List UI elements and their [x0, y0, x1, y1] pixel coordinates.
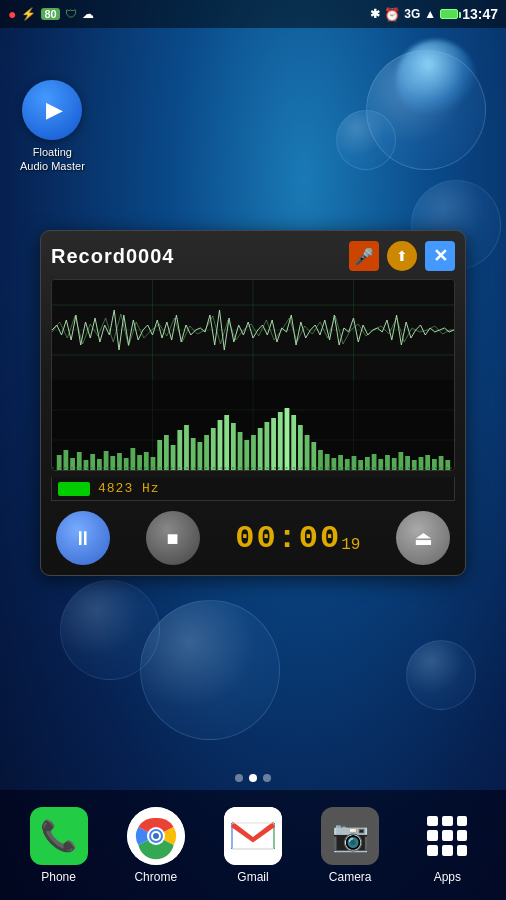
- svg-point-75: [153, 833, 159, 839]
- alarm-icon: ⏰: [384, 7, 400, 22]
- widget-controls: 🎤 ⬆ ✕: [349, 241, 455, 271]
- svg-rect-48: [305, 435, 310, 470]
- dock-item-camera[interactable]: 📷 Camera: [321, 807, 379, 884]
- svg-rect-22: [130, 448, 135, 470]
- svg-rect-31: [191, 438, 196, 470]
- svg-rect-46: [291, 415, 296, 470]
- camera-icon[interactable]: 📷: [321, 807, 379, 865]
- svg-rect-49: [311, 442, 316, 470]
- stop-icon: ■: [167, 527, 179, 550]
- gmail-label: Gmail: [237, 870, 268, 884]
- bluetooth-icon: ✱: [370, 7, 380, 21]
- dock-item-apps[interactable]: Apps: [418, 807, 476, 884]
- svg-rect-27: [164, 435, 169, 470]
- playback-controls: ⏸ ■ 00:00 19 ⏏: [51, 511, 455, 565]
- svg-rect-47: [298, 425, 303, 470]
- bubble-6: [406, 640, 476, 710]
- grid-dot-8: [442, 845, 453, 856]
- page-dot-1: [249, 774, 257, 782]
- waveform-top: [52, 280, 454, 380]
- camera-label: Camera: [329, 870, 372, 884]
- waveform-container: [51, 279, 455, 471]
- status-bar: ● ⚡ 80 🛡 ☁ ✱ ⏰ 3G ▲ 13:47: [0, 0, 506, 28]
- dock-item-gmail[interactable]: Gmail: [224, 807, 282, 884]
- status-right: ✱ ⏰ 3G ▲ 13:47: [370, 6, 498, 22]
- grid-dot-9: [457, 845, 468, 856]
- spectrum-analyzer: [52, 380, 454, 470]
- battery-percent: 80: [41, 8, 59, 20]
- play-icon: ▶: [46, 97, 63, 123]
- grid-dot-2: [442, 816, 453, 827]
- pause-icon: ⏸: [73, 527, 93, 550]
- apps-grid: [427, 816, 467, 856]
- grid-dot-3: [457, 816, 468, 827]
- dock-item-phone[interactable]: 📞 Phone: [30, 807, 88, 884]
- shield-icon: 🛡: [65, 7, 77, 21]
- timer-display: 00:00 19: [235, 520, 360, 557]
- svg-rect-62: [398, 452, 403, 470]
- page-dot-0: [235, 774, 243, 782]
- cloud-icon: ☁: [82, 7, 94, 21]
- chrome-icon[interactable]: [127, 807, 185, 865]
- frequency-value: 4823 Hz: [98, 481, 160, 496]
- mic-button[interactable]: 🎤: [349, 241, 379, 271]
- app-label: Floating Audio Master: [20, 145, 85, 174]
- bubble-4: [140, 600, 280, 740]
- camera-symbol: 📷: [332, 818, 369, 853]
- frequency-bar: 4823 Hz: [51, 477, 455, 501]
- svg-rect-50: [318, 450, 323, 470]
- phone-label: Phone: [41, 870, 76, 884]
- svg-rect-33: [204, 435, 209, 470]
- close-icon: ✕: [433, 245, 448, 267]
- usb-icon: ⚡: [21, 7, 36, 21]
- svg-rect-43: [271, 418, 276, 470]
- level-indicator: [58, 482, 90, 496]
- svg-rect-26: [157, 440, 162, 470]
- gmail-svg: [224, 807, 282, 865]
- widget-header: Record0004 🎤 ⬆ ✕: [51, 241, 455, 271]
- stop-button[interactable]: ■: [146, 511, 200, 565]
- grid-dot-4: [427, 830, 438, 841]
- glow-bubble: [396, 40, 476, 120]
- svg-rect-28: [171, 445, 176, 470]
- svg-rect-44: [278, 412, 283, 470]
- floating-audio-master-shortcut[interactable]: ▶ Floating Audio Master: [20, 80, 85, 174]
- svg-rect-14: [77, 452, 82, 470]
- apps-icon[interactable]: [418, 807, 476, 865]
- svg-rect-36: [224, 415, 229, 470]
- chrome-svg: [127, 807, 185, 865]
- waveform-svg-top: [52, 280, 454, 380]
- page-indicator: [235, 774, 271, 782]
- phone-icon[interactable]: 📞: [30, 807, 88, 865]
- svg-rect-38: [238, 432, 243, 470]
- grid-dot-6: [457, 830, 468, 841]
- spectrum-svg: [52, 380, 454, 470]
- pause-button[interactable]: ⏸: [56, 511, 110, 565]
- svg-rect-39: [244, 440, 249, 470]
- widget-title: Record0004: [51, 245, 174, 268]
- eject-icon: ⏏: [414, 526, 433, 550]
- close-button[interactable]: ✕: [425, 241, 455, 271]
- gmail-icon[interactable]: [224, 807, 282, 865]
- svg-rect-29: [177, 430, 182, 470]
- eject-button[interactable]: ⏏: [396, 511, 450, 565]
- svg-rect-30: [184, 425, 189, 470]
- svg-rect-12: [63, 450, 68, 470]
- upload-icon: ⬆: [396, 248, 408, 264]
- signal-icon: ▲: [424, 7, 436, 21]
- app-icon[interactable]: ▶: [22, 80, 82, 140]
- page-dot-2: [263, 774, 271, 782]
- phone-symbol: 📞: [40, 818, 77, 853]
- bubble-5: [60, 580, 160, 680]
- network-type: 3G: [404, 7, 420, 21]
- svg-rect-24: [144, 452, 149, 470]
- timer-sub: 19: [341, 536, 360, 554]
- grid-dot-1: [427, 816, 438, 827]
- status-left: ● ⚡ 80 🛡 ☁: [8, 6, 94, 22]
- dock-item-chrome[interactable]: Chrome: [127, 807, 185, 884]
- svg-rect-41: [258, 428, 263, 470]
- svg-rect-42: [264, 422, 269, 470]
- time-display: 13:47: [462, 6, 498, 22]
- svg-rect-32: [197, 442, 202, 470]
- upload-button[interactable]: ⬆: [387, 241, 417, 271]
